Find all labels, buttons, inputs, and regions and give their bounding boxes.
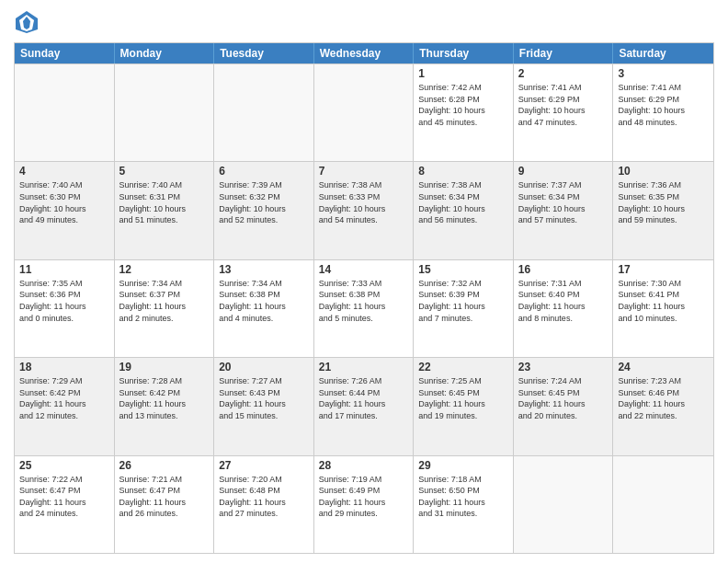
day-number: 12 xyxy=(119,263,210,276)
day-number: 10 xyxy=(618,165,709,178)
calendar: SundayMondayTuesdayWednesdayThursdayFrid… xyxy=(14,42,714,554)
day-number: 27 xyxy=(219,459,309,472)
day-number: 29 xyxy=(418,459,508,472)
calendar-cell: 16Sunrise: 7:31 AM Sunset: 6:40 PM Dayli… xyxy=(514,260,614,357)
day-info: Sunrise: 7:39 AM Sunset: 6:32 PM Dayligh… xyxy=(219,179,309,225)
logo-icon xyxy=(14,9,40,35)
day-info: Sunrise: 7:30 AM Sunset: 6:41 PM Dayligh… xyxy=(618,278,709,324)
weekday-header: Thursday xyxy=(414,43,514,63)
day-number: 9 xyxy=(518,165,609,178)
calendar-week: 25Sunrise: 7:22 AM Sunset: 6:47 PM Dayli… xyxy=(15,455,713,553)
calendar-cell: 9Sunrise: 7:37 AM Sunset: 6:34 PM Daylig… xyxy=(514,162,614,259)
day-info: Sunrise: 7:31 AM Sunset: 6:40 PM Dayligh… xyxy=(518,278,609,324)
calendar-week: 4Sunrise: 7:40 AM Sunset: 6:30 PM Daylig… xyxy=(15,161,713,259)
calendar-cell: 18Sunrise: 7:29 AM Sunset: 6:42 PM Dayli… xyxy=(15,358,115,454)
calendar-cell: 3Sunrise: 7:41 AM Sunset: 6:29 PM Daylig… xyxy=(613,64,713,161)
calendar-cell: 6Sunrise: 7:39 AM Sunset: 6:32 PM Daylig… xyxy=(214,162,314,259)
day-number: 17 xyxy=(618,263,709,276)
weekday-header: Tuesday xyxy=(214,43,314,63)
calendar-cell: 26Sunrise: 7:21 AM Sunset: 6:47 PM Dayli… xyxy=(115,456,215,553)
day-info: Sunrise: 7:20 AM Sunset: 6:48 PM Dayligh… xyxy=(219,474,309,520)
day-number: 11 xyxy=(19,263,109,276)
day-number: 7 xyxy=(319,165,409,178)
calendar-cell: 27Sunrise: 7:20 AM Sunset: 6:48 PM Dayli… xyxy=(214,456,314,553)
calendar-body: 1Sunrise: 7:42 AM Sunset: 6:28 PM Daylig… xyxy=(15,63,713,553)
weekday-header: Monday xyxy=(115,43,215,63)
calendar-cell: 2Sunrise: 7:41 AM Sunset: 6:29 PM Daylig… xyxy=(514,64,614,161)
calendar-cell: 21Sunrise: 7:26 AM Sunset: 6:44 PM Dayli… xyxy=(314,358,415,454)
day-info: Sunrise: 7:19 AM Sunset: 6:49 PM Dayligh… xyxy=(319,474,409,520)
calendar-week: 11Sunrise: 7:35 AM Sunset: 6:36 PM Dayli… xyxy=(15,259,713,357)
calendar-header: SundayMondayTuesdayWednesdayThursdayFrid… xyxy=(15,43,713,63)
calendar-cell: 10Sunrise: 7:36 AM Sunset: 6:35 PM Dayli… xyxy=(613,162,713,259)
calendar-cell: 28Sunrise: 7:19 AM Sunset: 6:49 PM Dayli… xyxy=(314,456,415,553)
weekday-header: Sunday xyxy=(15,43,115,63)
logo xyxy=(14,9,43,35)
day-number: 1 xyxy=(418,67,508,80)
day-info: Sunrise: 7:34 AM Sunset: 6:37 PM Dayligh… xyxy=(119,278,210,324)
day-info: Sunrise: 7:26 AM Sunset: 6:44 PM Dayligh… xyxy=(319,375,409,421)
calendar-week: 18Sunrise: 7:29 AM Sunset: 6:42 PM Dayli… xyxy=(15,357,713,454)
day-number: 16 xyxy=(518,263,609,276)
day-info: Sunrise: 7:32 AM Sunset: 6:39 PM Dayligh… xyxy=(418,278,508,324)
day-info: Sunrise: 7:36 AM Sunset: 6:35 PM Dayligh… xyxy=(618,179,709,225)
calendar-cell: 23Sunrise: 7:24 AM Sunset: 6:45 PM Dayli… xyxy=(514,358,614,454)
calendar-cell: 29Sunrise: 7:18 AM Sunset: 6:50 PM Dayli… xyxy=(414,456,514,553)
day-info: Sunrise: 7:41 AM Sunset: 6:29 PM Dayligh… xyxy=(518,82,609,128)
day-number: 20 xyxy=(219,361,309,373)
day-number: 3 xyxy=(618,67,709,80)
day-number: 19 xyxy=(119,361,210,373)
day-info: Sunrise: 7:33 AM Sunset: 6:38 PM Dayligh… xyxy=(319,278,409,324)
page: SundayMondayTuesdayWednesdayThursdayFrid… xyxy=(0,0,728,563)
day-info: Sunrise: 7:42 AM Sunset: 6:28 PM Dayligh… xyxy=(418,82,508,128)
calendar-cell: 12Sunrise: 7:34 AM Sunset: 6:37 PM Dayli… xyxy=(115,260,215,357)
day-number: 24 xyxy=(618,361,709,373)
day-number: 14 xyxy=(319,263,409,276)
day-number: 21 xyxy=(319,361,409,373)
day-info: Sunrise: 7:40 AM Sunset: 6:31 PM Dayligh… xyxy=(119,179,210,225)
calendar-cell: 4Sunrise: 7:40 AM Sunset: 6:30 PM Daylig… xyxy=(15,162,115,259)
day-info: Sunrise: 7:35 AM Sunset: 6:36 PM Dayligh… xyxy=(19,278,109,324)
calendar-cell: 8Sunrise: 7:38 AM Sunset: 6:34 PM Daylig… xyxy=(414,162,514,259)
calendar-cell: 11Sunrise: 7:35 AM Sunset: 6:36 PM Dayli… xyxy=(15,260,115,357)
day-number: 28 xyxy=(319,459,409,472)
calendar-cell xyxy=(214,64,314,161)
calendar-cell xyxy=(314,64,415,161)
day-number: 25 xyxy=(19,459,109,472)
day-info: Sunrise: 7:23 AM Sunset: 6:46 PM Dayligh… xyxy=(618,375,709,421)
day-info: Sunrise: 7:37 AM Sunset: 6:34 PM Dayligh… xyxy=(518,179,609,225)
day-info: Sunrise: 7:41 AM Sunset: 6:29 PM Dayligh… xyxy=(618,82,709,128)
day-number: 26 xyxy=(119,459,210,472)
day-info: Sunrise: 7:27 AM Sunset: 6:43 PM Dayligh… xyxy=(219,375,309,421)
calendar-cell: 17Sunrise: 7:30 AM Sunset: 6:41 PM Dayli… xyxy=(613,260,713,357)
day-number: 18 xyxy=(19,361,109,373)
calendar-cell: 22Sunrise: 7:25 AM Sunset: 6:45 PM Dayli… xyxy=(414,358,514,454)
day-number: 5 xyxy=(119,165,210,178)
calendar-cell: 13Sunrise: 7:34 AM Sunset: 6:38 PM Dayli… xyxy=(214,260,314,357)
day-number: 6 xyxy=(219,165,309,178)
calendar-cell: 7Sunrise: 7:38 AM Sunset: 6:33 PM Daylig… xyxy=(314,162,415,259)
day-info: Sunrise: 7:22 AM Sunset: 6:47 PM Dayligh… xyxy=(19,474,109,520)
day-number: 15 xyxy=(418,263,508,276)
calendar-cell: 14Sunrise: 7:33 AM Sunset: 6:38 PM Dayli… xyxy=(314,260,415,357)
calendar-cell: 1Sunrise: 7:42 AM Sunset: 6:28 PM Daylig… xyxy=(414,64,514,161)
day-number: 13 xyxy=(219,263,309,276)
calendar-cell xyxy=(15,64,115,161)
day-number: 2 xyxy=(518,67,609,80)
day-info: Sunrise: 7:29 AM Sunset: 6:42 PM Dayligh… xyxy=(19,375,109,421)
day-info: Sunrise: 7:40 AM Sunset: 6:30 PM Dayligh… xyxy=(19,179,109,225)
day-info: Sunrise: 7:38 AM Sunset: 6:34 PM Dayligh… xyxy=(418,179,508,225)
day-info: Sunrise: 7:34 AM Sunset: 6:38 PM Dayligh… xyxy=(219,278,309,324)
day-info: Sunrise: 7:18 AM Sunset: 6:50 PM Dayligh… xyxy=(418,474,508,520)
calendar-cell: 19Sunrise: 7:28 AM Sunset: 6:42 PM Dayli… xyxy=(115,358,215,454)
calendar-cell xyxy=(613,456,713,553)
calendar-cell: 25Sunrise: 7:22 AM Sunset: 6:47 PM Dayli… xyxy=(15,456,115,553)
day-info: Sunrise: 7:21 AM Sunset: 6:47 PM Dayligh… xyxy=(119,474,210,520)
weekday-header: Friday xyxy=(514,43,614,63)
day-info: Sunrise: 7:28 AM Sunset: 6:42 PM Dayligh… xyxy=(119,375,210,421)
weekday-header: Wednesday xyxy=(314,43,415,63)
calendar-week: 1Sunrise: 7:42 AM Sunset: 6:28 PM Daylig… xyxy=(15,63,713,161)
calendar-cell xyxy=(115,64,215,161)
day-number: 22 xyxy=(418,361,508,373)
calendar-cell: 5Sunrise: 7:40 AM Sunset: 6:31 PM Daylig… xyxy=(115,162,215,259)
